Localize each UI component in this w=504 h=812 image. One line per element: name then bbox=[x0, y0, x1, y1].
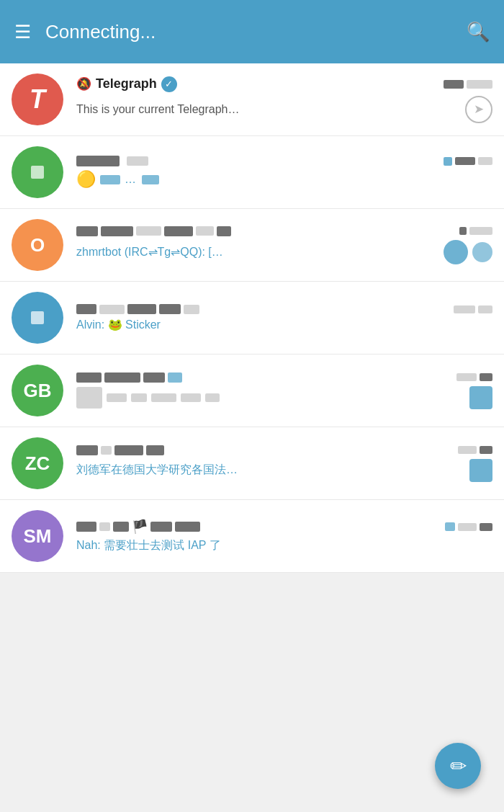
avatar: SM bbox=[12, 510, 63, 562]
chat-meta bbox=[445, 522, 492, 531]
chat-preview: This is your current Telegraph… bbox=[76, 103, 239, 116]
chat-meta bbox=[459, 227, 492, 235]
chat-preview: 刘德军在德国大学研究各国法… bbox=[76, 463, 238, 478]
list-item[interactable]: 🟡 … bbox=[0, 136, 504, 209]
chat-name: Telegraph bbox=[96, 76, 157, 92]
avatar-letter: ZC bbox=[25, 452, 50, 475]
compose-fab[interactable]: ✏ bbox=[435, 743, 481, 789]
list-item[interactable]: SM 🏴 Na bbox=[0, 500, 504, 573]
list-item[interactable]: Alvin: 🐸 Sticker bbox=[0, 282, 504, 354]
chat-content: 刘德军在德国大学研究各国法… bbox=[76, 445, 492, 482]
avatar-letter: O bbox=[30, 234, 45, 256]
chat-list: T 🔕 Telegraph ✓ This is your curren bbox=[0, 63, 504, 573]
chat-content: 🏴 Nah: 需要壮士去测试 IAP 了 bbox=[76, 519, 492, 553]
chat-content: zhmrtbot (IRC⇌Tg⇌QQ): [… bbox=[76, 226, 492, 264]
unread-icon bbox=[469, 459, 492, 482]
unread-avatar-icon bbox=[444, 240, 468, 264]
search-icon[interactable]: 🔍 bbox=[467, 21, 490, 43]
send-icon: ➤ bbox=[465, 96, 492, 123]
header: ☰ Connecting... 🔍 bbox=[0, 0, 504, 63]
chat-meta bbox=[458, 446, 492, 454]
avatar-icon bbox=[31, 311, 44, 324]
chat-content bbox=[76, 372, 492, 409]
avatar bbox=[12, 146, 63, 198]
chat-content: 🟡 … bbox=[76, 156, 492, 189]
list-item[interactable]: GB bbox=[0, 354, 504, 427]
avatar bbox=[12, 292, 63, 344]
mute-icon: 🔕 bbox=[76, 76, 91, 92]
avatar-letter: SM bbox=[24, 525, 52, 548]
chat-meta bbox=[444, 157, 492, 166]
chat-preview: zhmrtbot (IRC⇌Tg⇌QQ): [… bbox=[76, 245, 223, 259]
avatar-letter: T bbox=[30, 84, 45, 115]
chat-content: Alvin: 🐸 Sticker bbox=[76, 304, 492, 331]
chat-preview: Alvin: 🐸 Sticker bbox=[76, 318, 492, 331]
chat-meta bbox=[456, 373, 492, 381]
avatar-icon bbox=[31, 166, 44, 179]
header-title: Connecting... bbox=[45, 21, 452, 43]
chat-meta bbox=[444, 80, 492, 89]
verified-badge: ✓ bbox=[161, 76, 177, 92]
list-item[interactable]: ZC 刘德军在德国大学研究各国法… bbox=[0, 427, 504, 500]
unread-icon bbox=[469, 386, 492, 409]
list-item[interactable]: T 🔕 Telegraph ✓ This is your curren bbox=[0, 63, 504, 136]
unread-avatar-icon2 bbox=[472, 242, 492, 262]
menu-icon[interactable]: ☰ bbox=[14, 22, 31, 41]
avatar: GB bbox=[12, 365, 63, 416]
avatar-letter: GB bbox=[24, 380, 52, 402]
list-item[interactable]: O bbox=[0, 209, 504, 282]
compose-icon: ✏ bbox=[450, 754, 467, 778]
chat-content: 🔕 Telegraph ✓ This is your current Teleg… bbox=[76, 76, 492, 123]
avatar: O bbox=[12, 219, 63, 271]
chat-preview: Nah: 需要壮士去测试 IAP 了 bbox=[76, 538, 492, 553]
avatar: ZC bbox=[12, 437, 63, 489]
avatar: T bbox=[12, 73, 63, 125]
chat-meta bbox=[454, 305, 492, 313]
